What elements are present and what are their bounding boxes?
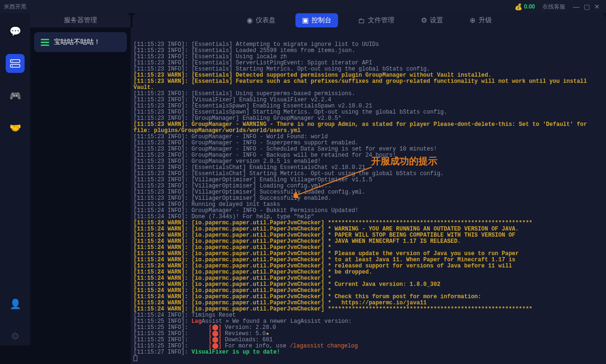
- folder-icon: 🗀: [358, 17, 365, 25]
- server-manage-header: 服务器管理: [30, 13, 131, 27]
- tab-files[interactable]: 🗀文件管理: [351, 13, 401, 27]
- close-button[interactable]: ✕: [592, 3, 602, 10]
- coin-icon: 💰: [515, 3, 522, 10]
- console-output[interactable]: [11:15:23 INFO]: [Essentials] Attempting…: [131, 27, 606, 364]
- server-card[interactable]: 宝咕咕不咕咕！: [34, 32, 127, 52]
- body-row: 宝咕咕不咕咕！ [11:15:23 INFO]: [Essentials] At…: [30, 27, 606, 364]
- svg-point-3: [12, 65, 13, 66]
- sidebar-user-icon[interactable]: 👤: [6, 294, 25, 313]
- tab-upgrade[interactable]: ⊕升级: [463, 13, 499, 27]
- balance-value: 0.00: [524, 3, 535, 10]
- console-wrap: [11:15:23 INFO]: [Essentials] Attempting…: [131, 27, 606, 364]
- tab-settings[interactable]: ⚙设置: [414, 13, 450, 27]
- sidebar: 💬 🎮 🤝 👤 ⚙: [0, 13, 30, 346]
- up-arrow-icon: ⊕: [470, 16, 476, 25]
- server-list: 宝咕咕不咕咕！: [30, 27, 131, 364]
- app-title: 米西开黑: [4, 3, 27, 11]
- titlebar: 米西开黑 💰 0.00 在线客服 — ▢ ✕: [0, 0, 606, 13]
- server-status-icon: [41, 39, 49, 46]
- tab-dashboard[interactable]: ◉仪表盘: [240, 13, 282, 27]
- support-link[interactable]: 在线客服: [543, 3, 565, 11]
- tabs: ◉仪表盘 ▣控制台 🗀文件管理 ⚙设置 ⊕升级: [133, 13, 606, 27]
- gear-icon: ⚙: [421, 16, 427, 25]
- content: 服务器管理 ◉仪表盘 ▣控制台 🗀文件管理 ⚙设置 ⊕升级 宝咕咕不咕咕！ [1…: [30, 13, 606, 346]
- sidebar-server-icon[interactable]: [6, 54, 25, 73]
- sidebar-handshake-icon[interactable]: 🤝: [6, 118, 25, 137]
- maximize-button[interactable]: ▢: [581, 3, 592, 10]
- server-stack-icon: [10, 59, 20, 68]
- server-name: 宝咕咕不咕咕！: [54, 38, 100, 46]
- terminal-icon: ▣: [302, 16, 309, 25]
- sidebar-game-icon[interactable]: 🎮: [6, 86, 25, 105]
- minimize-button[interactable]: —: [571, 3, 581, 10]
- top-row: 服务器管理 ◉仪表盘 ▣控制台 🗀文件管理 ⚙设置 ⊕升级: [30, 13, 606, 27]
- console-line: [11:15:27 INFO]: VisualFixer is up to da…: [134, 349, 603, 355]
- main: 💬 🎮 🤝 👤 ⚙ 服务器管理 ◉仪表盘 ▣控制台 🗀文件管理 ⚙设置 ⊕升级: [0, 13, 606, 346]
- tab-console[interactable]: ▣控制台: [295, 13, 338, 27]
- sidebar-chat-icon[interactable]: 💬: [6, 22, 25, 41]
- console-line: [11:15:23 WARN]: GroupManager - WARNING …: [134, 122, 603, 134]
- sidebar-settings-icon[interactable]: ⚙: [6, 327, 25, 346]
- svg-point-2: [12, 61, 13, 62]
- gauge-icon: ◉: [247, 16, 253, 25]
- console-line: [11:15:23 WARN]: [Essentials] Features s…: [134, 79, 603, 91]
- balance[interactable]: 💰 0.00: [515, 3, 535, 10]
